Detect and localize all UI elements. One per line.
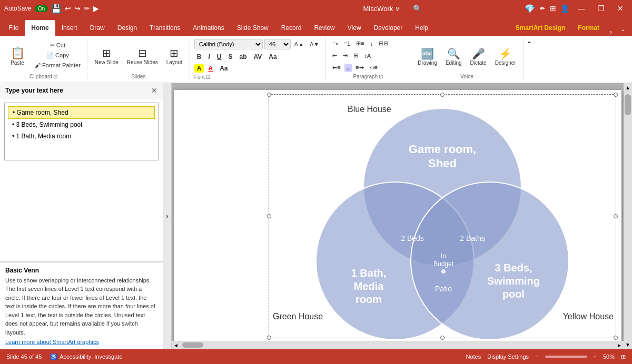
strikethrough-button[interactable]: S bbox=[225, 53, 235, 61]
tab-smartart-design[interactable]: SmartArt Design bbox=[509, 20, 572, 36]
display-settings-button[interactable]: Display Settings bbox=[487, 353, 529, 360]
restore-icon[interactable]: ⊞ bbox=[550, 4, 556, 13]
gem-icon[interactable]: 💎 bbox=[525, 4, 535, 14]
font-expand-icon[interactable]: ⊡ bbox=[206, 74, 210, 80]
designer-button[interactable]: ⚡ Designer bbox=[492, 46, 519, 67]
bullet-item-2[interactable]: • 3 Beds, Swimming pool bbox=[8, 119, 155, 130]
maximize-button[interactable]: ❐ bbox=[594, 3, 609, 14]
undo-icon[interactable]: ↩ bbox=[65, 4, 71, 13]
zoom-in-btn[interactable]: + bbox=[594, 353, 597, 360]
side-panel-close-button[interactable]: ✕ bbox=[151, 86, 157, 95]
ribbon-collapse-right-btn[interactable]: ⌃ bbox=[526, 40, 532, 48]
highlight-color-button[interactable]: A bbox=[194, 64, 204, 73]
underline-button[interactable]: U bbox=[214, 53, 224, 61]
reuse-slides-button[interactable]: ⊟ Reuse Slides bbox=[124, 45, 161, 67]
autosave-toggle[interactable]: On bbox=[35, 5, 48, 12]
scroll-left-btn[interactable]: ◄ bbox=[172, 341, 180, 350]
scroll-right-btn[interactable]: ► bbox=[615, 341, 624, 350]
dropdown-arrow[interactable]: ∨ bbox=[395, 5, 400, 13]
redo-icon[interactable]: ↪ bbox=[74, 4, 81, 13]
shadow-button[interactable]: ab bbox=[237, 53, 250, 61]
font-name-select[interactable]: Calibri (Body) bbox=[194, 39, 263, 49]
tab-review[interactable]: Review bbox=[308, 20, 341, 36]
drawing-button[interactable]: 🔤 Drawing bbox=[414, 46, 440, 67]
copy-button[interactable]: 📄 Copy bbox=[33, 51, 83, 60]
increase-font-btn[interactable]: A▲ bbox=[292, 40, 306, 48]
align-left-btn[interactable]: ⬅≡ bbox=[330, 63, 342, 72]
cut-button[interactable]: ✂ Cut bbox=[33, 41, 83, 50]
smart-art-btn[interactable]: ⊞ bbox=[351, 51, 360, 60]
format-painter-button[interactable]: 🖌 Format Painter bbox=[33, 61, 83, 69]
italic-button[interactable]: I bbox=[205, 53, 212, 61]
align-center-btn[interactable]: ≡ bbox=[344, 64, 352, 72]
more-tabs-btn[interactable]: › bbox=[606, 28, 616, 36]
direction-btn[interactable]: ↕A bbox=[362, 52, 373, 60]
bullet-item-3[interactable]: • 1 Bath, Media room bbox=[8, 130, 155, 142]
justify-btn[interactable]: ⇔≡ bbox=[368, 63, 380, 72]
tab-slideshow[interactable]: Slide Show bbox=[231, 20, 275, 36]
pen-icon[interactable]: ✏ bbox=[84, 4, 90, 13]
bullets-btn[interactable]: ≡• bbox=[330, 39, 340, 48]
slide-canvas[interactable]: Game room, Shed 1 Bath, Media room 3 Bed… bbox=[174, 90, 621, 342]
search-icon[interactable]: 🔍 bbox=[413, 4, 422, 13]
dictate-button[interactable]: 🎤 Dictate bbox=[467, 46, 490, 67]
notes-button[interactable]: Notes bbox=[466, 353, 481, 360]
font-size-select[interactable]: 46 bbox=[264, 39, 291, 49]
close-button[interactable]: ✕ bbox=[613, 3, 628, 14]
increase-indent-btn[interactable]: ⇥ bbox=[341, 51, 350, 60]
decrease-indent-btn[interactable]: ⇤ bbox=[330, 51, 339, 60]
ribbon-group-paragraph: ≡• ≡1 ⊞≡ ↕ ⊟⊟ ⇤ ⇥ ⊞ ↕A ⬅≡ ≡ ≡➡ ⇔≡ Paragr… bbox=[326, 38, 410, 80]
tab-design[interactable]: Design bbox=[111, 20, 143, 36]
ribbon-collapse-btn[interactable]: ⌃ bbox=[616, 28, 630, 36]
editing-button[interactable]: 🔍 Editing bbox=[442, 46, 465, 67]
panel-expand-btn[interactable]: › bbox=[163, 83, 172, 349]
tab-help[interactable]: Help bbox=[409, 20, 434, 36]
columns-btn[interactable]: ⊟⊟ bbox=[377, 39, 390, 48]
bullet-item-1[interactable]: • Game room, Shed bbox=[8, 106, 155, 119]
side-panel: Type your text here ✕ • Game room, Shed … bbox=[0, 83, 163, 349]
scroll-down-btn[interactable]: ▼ bbox=[624, 340, 632, 349]
tab-format[interactable]: Format bbox=[571, 20, 606, 36]
line-spacing-btn[interactable]: ↕ bbox=[368, 39, 376, 48]
font-color-button[interactable]: A bbox=[205, 64, 215, 73]
vertical-scrollbar[interactable]: ▲ ▼ bbox=[624, 83, 632, 349]
pen2-icon[interactable]: ✒ bbox=[539, 4, 546, 13]
person-icon[interactable]: 👤 bbox=[560, 4, 569, 13]
tab-insert[interactable]: Insert bbox=[55, 20, 84, 36]
tab-file[interactable]: File bbox=[2, 20, 25, 36]
tab-home[interactable]: Home bbox=[25, 20, 55, 36]
clipboard-expand-icon[interactable]: ⊡ bbox=[53, 74, 57, 79]
scroll-thumb[interactable] bbox=[625, 94, 631, 115]
char-spacing-button[interactable]: AV bbox=[251, 53, 265, 61]
paragraph-expand-icon[interactable]: ⊡ bbox=[379, 74, 383, 79]
minimize-button[interactable]: — bbox=[574, 3, 589, 14]
ribbon: 📋 Paste ✂ Cut 📄 Copy 🖌 Format Painter Cl… bbox=[0, 36, 632, 83]
learn-more-link[interactable]: Learn more about SmartArt graphics bbox=[5, 339, 157, 345]
horizontal-scrollbar[interactable]: ◄ ► bbox=[172, 341, 624, 349]
decrease-font-btn[interactable]: A▼ bbox=[308, 40, 321, 48]
zoom-out-btn[interactable]: − bbox=[535, 353, 538, 360]
numbering-btn[interactable]: ≡1 bbox=[342, 39, 353, 48]
h-scroll-thumb[interactable] bbox=[182, 342, 203, 348]
tab-animations[interactable]: Animations bbox=[186, 20, 230, 36]
indent-btn[interactable]: ⊞≡ bbox=[354, 39, 366, 48]
change-case-button[interactable]: Aa bbox=[266, 53, 279, 61]
tab-view[interactable]: View bbox=[341, 20, 368, 36]
align-right-btn[interactable]: ≡➡ bbox=[353, 63, 366, 72]
svg-point-16 bbox=[441, 269, 446, 274]
tab-record[interactable]: Record bbox=[275, 20, 308, 36]
bold-button[interactable]: B bbox=[194, 53, 204, 61]
tab-transitions[interactable]: Transitions bbox=[143, 20, 186, 36]
layout-button[interactable]: ⊞ Layout bbox=[163, 45, 185, 67]
zoom-slider[interactable] bbox=[545, 356, 587, 358]
change-case2-button[interactable]: Aa bbox=[217, 64, 230, 73]
accessibility-status[interactable]: ♿ Accessibility: Investigate bbox=[50, 353, 122, 360]
save-icon[interactable]: 💾 bbox=[51, 4, 62, 14]
fit-screen-icon[interactable]: ⊞ bbox=[621, 353, 626, 360]
tab-draw[interactable]: Draw bbox=[84, 20, 111, 36]
tab-developer[interactable]: Developer bbox=[368, 20, 409, 36]
new-slide-button[interactable]: ⊞ New Slide bbox=[92, 45, 122, 67]
paste-button[interactable]: 📋 Paste bbox=[4, 45, 31, 67]
present-icon[interactable]: ▶ bbox=[93, 4, 99, 13]
scroll-up-btn[interactable]: ▲ bbox=[624, 83, 632, 92]
